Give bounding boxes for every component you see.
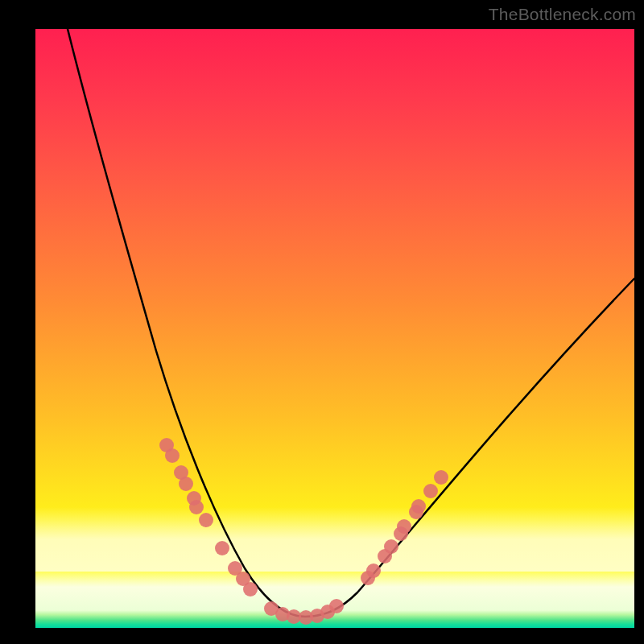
marker-dot: [411, 499, 426, 514]
marker-dot: [199, 513, 213, 527]
marker-dot: [179, 477, 193, 491]
bottleneck-curve: [68, 29, 634, 617]
chart-frame: TheBottleneck.com: [0, 0, 644, 644]
marker-dot: [189, 500, 204, 514]
plot-area: [35, 29, 634, 628]
left-marker-cluster: [159, 438, 258, 597]
marker-dot: [423, 484, 438, 498]
marker-dot: [165, 448, 180, 463]
bottom-marker-cluster: [264, 599, 344, 625]
watermark-text: TheBottleneck.com: [489, 5, 636, 24]
right-marker-cluster: [361, 470, 448, 585]
marker-dot: [397, 519, 411, 534]
marker-dot: [243, 582, 258, 597]
marker-dot: [384, 539, 398, 554]
marker-dot: [366, 564, 381, 578]
marker-dot: [215, 541, 229, 555]
chart-svg: [35, 29, 634, 628]
marker-dot: [329, 599, 344, 613]
marker-dot: [434, 470, 448, 485]
